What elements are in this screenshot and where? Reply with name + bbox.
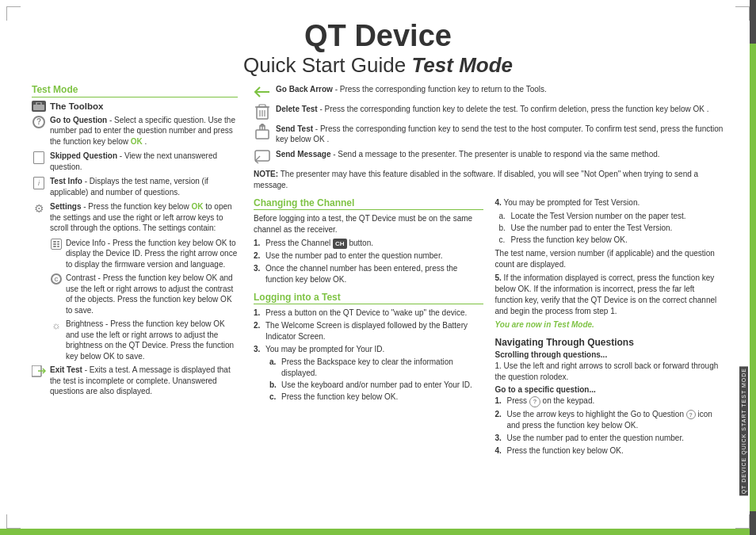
vertical-text: QT Device Quick Start Test Mode [739,366,748,495]
right-accent [750,0,756,535]
corner-mark-tl [6,6,21,21]
corner-mark-tr [735,6,750,21]
nav-section: Navigating Through Questions Scrolling t… [495,337,725,457]
sub-item-contrast: C Contrast - Press the function key belo… [50,273,238,315]
login-steps: Press a button on the QT Device to "wake… [254,308,483,403]
login-step-2: The Welcome Screen is displayed followed… [254,320,483,342]
lower-sections: Changing the Channel Before logging into… [254,197,724,463]
contrast-icon: C [50,273,63,285]
login-step-1: Press a button on the QT Device to "wake… [254,308,483,319]
right-lower: 4. You may be prompted for Test Version.… [495,197,725,463]
list-item-goto-question: ? Go to Question - Select a specific que… [32,115,238,147]
svg-rect-11 [256,130,269,139]
sub-items: Device Info - Press the function key bel… [50,238,238,362]
skipped-icon [32,151,46,165]
nav-scroll-title: Scrolling through questions... [495,350,725,359]
channel-step-1: Press the Channel CH button. [254,238,483,249]
note-section: NOTE: The presenter may have this featur… [254,169,724,191]
right-column: Go Back Arrow - Press the corresponding … [254,84,724,463]
list-item-exit-test: Exit Test - Exits a test. A message is d… [32,365,238,397]
delete-test-icon [254,104,271,120]
exit-icon [32,365,46,379]
nav-goto-title: Go to a specific question... [495,385,725,394]
device-info-icon [50,238,63,250]
channel-steps: Press the Channel CH button. Use the num… [254,238,483,285]
right-item-send-test: Send Test - Press the corresponding func… [254,124,724,145]
corner-mark-bl [6,514,21,529]
corner-mark-br [735,514,750,529]
section-title-test-mode: Test Mode [32,84,238,97]
right-item-send-message: Send Message - Send a message to the pre… [254,149,724,165]
login-section: Logging into a Test Press a button on th… [254,292,483,403]
main-content: Test Mode The Toolbox ? Go to Question [32,84,724,463]
page-subtitle: Quick Start Guide Test Mode [32,53,724,78]
page-title: QT Device [32,20,724,53]
question-icon: ? [32,115,46,129]
nav-title: Navigating Through Questions [495,337,725,348]
page: QT Device Quick Start Test Mode QT Devic… [0,0,756,535]
left-column: Test Mode The Toolbox ? Go to Question [32,84,238,463]
info-icon: i [32,176,46,190]
channel-step-3: Once the channel number has been entered… [254,263,483,285]
send-test-icon [254,124,271,139]
go-back-icon [254,84,271,100]
svg-rect-1 [36,102,41,105]
right-item-delete-test: Delete Test - Press the corresponding fu… [254,104,724,120]
login-step-3: You may be prompted for Your ID. Press t… [254,344,483,403]
right-item-go-back: Go Back Arrow - Press the corresponding … [254,84,724,100]
sub-item-brightness: ☼ Brightness - Press the function key be… [50,319,238,361]
toolbox-icon [32,101,46,112]
toolbox-heading: The Toolbox [32,101,238,112]
login-title: Logging into a Test [254,292,483,304]
list-item-settings: ⚙ Settings - Press the function key belo… [32,201,238,234]
sub-item-device-info: Device Info - Press the function key bel… [50,238,238,270]
header: QT Device Quick Start Guide Test Mode [32,16,724,78]
nav-step-1: Press ? on the keypad. [495,396,725,407]
channel-step-2: Use the number pad to enter the question… [254,250,483,262]
channel-section: Changing the Channel Before logging into… [254,197,483,285]
channel-title: Changing the Channel [254,197,483,210]
brightness-icon: ☼ [50,319,63,331]
nav-step-4: Press the function key below OK. [495,445,725,457]
list-item-skipped-question: Skipped Question - View the next unanswe… [32,151,238,172]
nav-goto-steps: Press ? on the keypad. Use the arrow key… [495,396,725,457]
bottom-accent [0,529,750,535]
list-item-test-info: i Test Info - Displays the test name, ve… [32,176,238,197]
svg-rect-7 [259,105,265,107]
nav-step-3: Use the number pad to enter the question… [495,433,725,444]
step4-section: 4. You may be prompted for Test Version.… [495,197,725,331]
left-lower: Changing the Channel Before logging into… [254,197,483,463]
send-message-icon [254,149,271,165]
settings-icon: ⚙ [32,201,46,216]
nav-step-2: Use the arrow keys to highlight the Go t… [495,409,725,431]
